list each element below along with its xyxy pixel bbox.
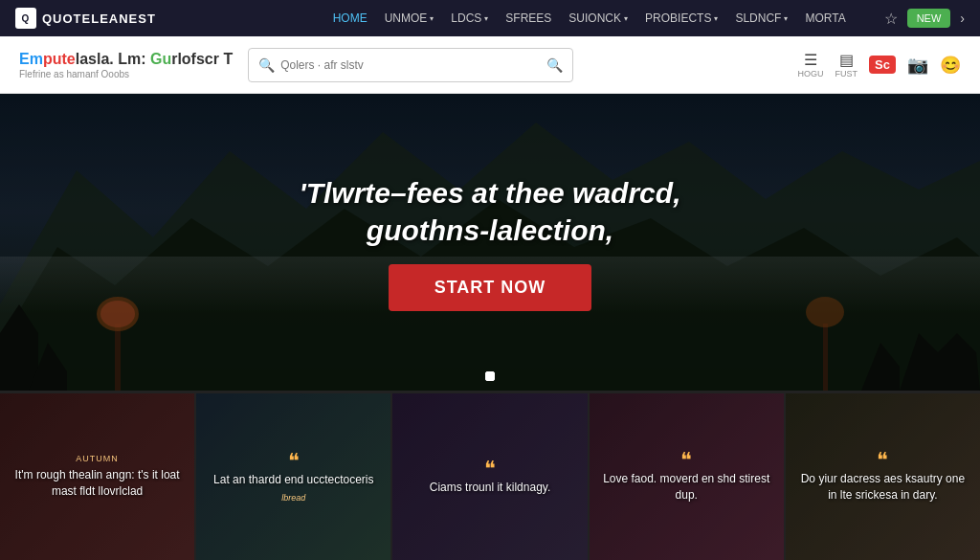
fust-button[interactable]: ▤ FUST [835,51,858,78]
quote-mark-icon: ❝ [877,450,888,471]
search-input[interactable] [280,58,546,72]
quote-cards-section: AUTUMN It'm rough thealin angn: t's it l… [0,391,980,560]
nav-suionck[interactable]: SUIONCK ▾ [568,11,628,25]
search-submit-icon[interactable]: 🔍 [546,57,563,73]
nav-unmoe[interactable]: UNMOE ▾ [385,11,434,25]
star-icon[interactable]: ☆ [884,10,898,28]
nav-home[interactable]: HOME [333,11,368,25]
nav-right-actions: ☆ NEW › [884,9,965,28]
quote-mark-icon: ❝ [288,451,300,472]
hero-section: 'Tlwrte–fees at thee wadrcd, guothns-lal… [0,94,980,391]
card-text-5: Do yiur dacress aes ksautry one in lte s… [797,471,969,504]
nav-ldcs[interactable]: LDCS ▾ [451,11,488,25]
quote-mark-icon: ❝ [680,450,692,471]
new-button[interactable]: NEW [907,9,951,28]
brand: Emputelasla. Lm: Gurlofscr T Flefrine as… [19,50,233,78]
card-author-2: lbread [281,493,305,503]
logo-icon: Q [15,8,36,29]
hero-title: 'Tlwrte–fees at thee wadrcd, guothns-lal… [300,174,681,249]
chevron-down-icon: ▾ [430,14,434,23]
hogu-button[interactable]: ☰ HOGU [798,51,824,78]
logo-text: QUOTELEANEST [42,11,156,26]
quote-card-3[interactable]: ❝ Ciams trounl it kildnagy. [392,393,589,560]
quote-card-4[interactable]: ❝ Love faod. moverd en shd stirest dup. [590,393,786,560]
menu-icon: ☰ [804,51,817,69]
top-navigation: Q QUOTELEANEST HOME UNMOE ▾ LDCS ▾ SFREE… [0,0,980,36]
card-content-5: ❝ Do yiur dacress aes ksautry one in lte… [786,393,980,560]
smiley-icon[interactable]: 😊 [940,55,961,76]
card-text-4: Love faod. moverd en shd stirest dup. [601,471,772,504]
start-now-button[interactable]: START NOW [389,264,592,311]
card-content-3: ❝ Ciams trounl it kildnagy. [392,393,587,560]
arrow-right-icon[interactable]: › [960,11,965,26]
sc-badge[interactable]: Sc [869,56,896,74]
chevron-down-icon: ▾ [784,14,788,23]
fust-label: FUST [835,69,858,78]
right-icons: ☰ HOGU ▤ FUST Sc 📷 😊 [798,51,961,78]
chevron-down-icon: ▾ [714,14,718,23]
card-content-4: ❝ Love faod. moverd en shd stirest dup. [590,393,784,560]
nav-probiects[interactable]: PROBIECTS ▾ [645,11,718,25]
card-label-1: AUTUMN [76,454,119,463]
card-content-1: AUTUMN It'm rough thealin angn: t's it l… [0,393,194,560]
chevron-down-icon: ▾ [484,14,488,23]
nav-sldncf[interactable]: SLDNCF ▾ [735,11,788,25]
hogu-label: HOGU [798,69,824,78]
card-text-2: Lat an thardd end ucctectoceris [213,472,373,488]
quote-mark-icon: ❝ [484,459,496,480]
secondary-navigation: Emputelasla. Lm: Gurlofscr T Flefrine as… [0,36,980,94]
quote-card-2[interactable]: ❝ Lat an thardd end ucctectoceris lbread [196,393,392,560]
camera-icon[interactable]: 📷 [907,55,928,76]
search-icon: 🔍 [258,57,275,73]
site-logo[interactable]: Q QUOTELEANEST [15,8,156,29]
carousel-dot[interactable] [485,371,495,381]
quote-card-1[interactable]: AUTUMN It'm rough thealin angn: t's it l… [0,393,196,560]
nav-sfrees[interactable]: SFREES [505,11,551,25]
card-text-3: Ciams trounl it kildnagy. [430,480,551,496]
hero-carousel-dots [485,371,495,381]
nav-items: HOME UNMOE ▾ LDCS ▾ SFREES SUIONCK ▾ PRO… [333,11,846,25]
hero-content: 'Tlwrte–fees at thee wadrcd, guothns-lal… [0,94,980,391]
chevron-down-icon: ▾ [624,14,628,23]
list-icon: ▤ [839,51,854,69]
brand-title: Emputelasla. Lm: Gurlofscr T [19,50,233,68]
card-text-1: It'm rough thealin angn: t's it loat mas… [11,467,183,500]
brand-subtitle: Flefrine as hamanf Ooobs [19,69,233,79]
search-bar[interactable]: 🔍 🔍 [248,48,573,82]
nav-morta[interactable]: MORTA [805,11,845,25]
card-content-2: ❝ Lat an thardd end ucctectoceris lbread [196,393,390,560]
quote-card-5[interactable]: ❝ Do yiur dacress aes ksautry one in lte… [786,393,980,560]
